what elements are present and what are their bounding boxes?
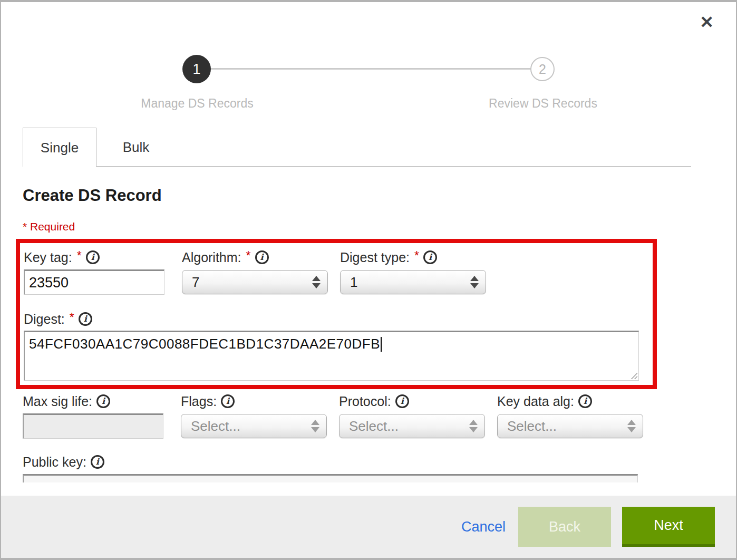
select-arrows-icon	[312, 276, 321, 288]
field-public-key: Public key:	[23, 453, 638, 482]
required-fields-highlight: Key tag: * Algorithm: * 7 Digest type: *	[16, 239, 657, 389]
step-2-circle: 2	[530, 57, 555, 81]
flags-label: Flags:	[181, 394, 217, 409]
public-key-textarea[interactable]	[23, 474, 638, 482]
field-flags: Flags: Select...	[181, 393, 327, 438]
field-algorithm: Algorithm: * 7	[182, 249, 328, 294]
protocol-select[interactable]: Select...	[339, 414, 485, 438]
info-icon[interactable]	[221, 394, 235, 408]
page-title: Create DS Record	[23, 186, 162, 205]
stepper: 1 2 Manage DS Records Review DS Records	[1, 2, 736, 123]
key-data-alg-label: Key data alg:	[497, 394, 574, 409]
key-data-alg-selected-value: Select...	[507, 418, 557, 435]
max-sig-life-input[interactable]	[23, 413, 163, 439]
protocol-label: Protocol:	[339, 394, 391, 409]
next-button[interactable]: Next	[622, 507, 715, 547]
step-1-circle: 1	[182, 55, 211, 83]
info-icon[interactable]	[423, 250, 437, 264]
select-arrows-icon	[469, 420, 478, 432]
select-arrows-icon	[470, 276, 479, 288]
key-tag-label: Key tag:	[24, 250, 72, 265]
required-star: *	[246, 249, 251, 263]
field-protocol: Protocol: Select...	[339, 393, 485, 438]
select-arrows-icon	[311, 420, 319, 432]
required-star: *	[77, 249, 82, 263]
back-button[interactable]: Back	[518, 507, 611, 547]
algorithm-selected-value: 7	[192, 274, 199, 291]
flags-selected-value: Select...	[191, 418, 240, 435]
public-key-label: Public key:	[23, 455, 86, 470]
tab-single[interactable]: Single	[23, 128, 96, 167]
digest-type-label: Digest type:	[340, 250, 410, 265]
step-2-number: 2	[539, 62, 546, 77]
resize-handle[interactable]	[629, 371, 637, 379]
info-icon[interactable]	[255, 250, 269, 264]
max-sig-life-label: Max sig life:	[23, 394, 92, 409]
text-cursor	[381, 337, 382, 352]
required-star: *	[70, 311, 74, 325]
field-key-tag: Key tag: *	[24, 249, 164, 295]
field-digest: Digest: * 54FCF030AA1C79C0088FDEC1BD1C37…	[24, 311, 639, 381]
protocol-selected-value: Select...	[349, 418, 399, 435]
digest-type-select[interactable]: 1	[340, 270, 486, 294]
step-2-label: Review DS Records	[469, 96, 617, 111]
step-1-number: 1	[192, 61, 200, 78]
digest-textarea[interactable]: 54FCF030AA1C79C0088FDEC1BD1C37DAA2E70DFB	[24, 331, 639, 381]
required-note: * Required	[23, 220, 75, 233]
info-icon[interactable]	[86, 250, 100, 264]
key-tag-input[interactable]	[24, 269, 164, 295]
info-icon[interactable]	[578, 394, 592, 408]
tab-bulk[interactable]: Bulk	[96, 128, 176, 167]
field-max-sig-life: Max sig life:	[23, 393, 163, 439]
digest-label: Digest:	[24, 312, 65, 327]
step-1-label: Manage DS Records	[123, 96, 271, 111]
digest-value: 54FCF030AA1C79C0088FDEC1BD1C37DAA2E70DFB	[29, 336, 380, 352]
info-icon[interactable]	[91, 455, 104, 469]
required-star: *	[414, 249, 419, 263]
info-icon[interactable]	[395, 394, 409, 408]
digest-type-selected-value: 1	[350, 274, 357, 291]
info-icon[interactable]	[79, 312, 92, 326]
key-data-alg-select[interactable]: Select...	[497, 414, 643, 438]
stepper-connector-line	[210, 68, 531, 70]
algorithm-select[interactable]: 7	[182, 270, 328, 294]
algorithm-label: Algorithm:	[182, 250, 241, 265]
field-key-data-alg: Key data alg: Select...	[497, 393, 643, 438]
select-arrows-icon	[627, 420, 636, 432]
field-digest-type: Digest type: * 1	[340, 249, 486, 294]
info-icon[interactable]	[96, 394, 110, 408]
create-ds-record-dialog: ✕ 1 2 Manage DS Records Review DS Record…	[0, 0, 737, 560]
flags-select[interactable]: Select...	[181, 414, 327, 438]
dialog-footer: Cancel Back Next	[1, 496, 736, 558]
cancel-button[interactable]: Cancel	[461, 519, 506, 535]
